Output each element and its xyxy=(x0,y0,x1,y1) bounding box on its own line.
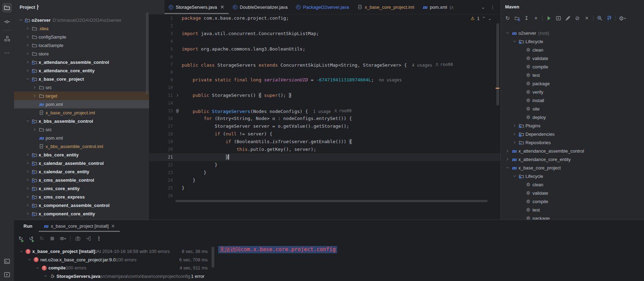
terminal-icon[interactable] xyxy=(2,256,12,266)
editor-vscrollbar[interactable] xyxy=(496,23,499,106)
tree-item-package[interactable]: package xyxy=(501,79,644,88)
editor-tab-PackageO2server.java[interactable]: CPackageO2server.java xyxy=(292,0,353,14)
code-line-7[interactable]: 7public class StorageServers extends Con… xyxy=(149,61,501,68)
tree-item-install[interactable]: install xyxy=(501,96,644,105)
editor-tab-StorageServers.java[interactable]: CStorageServers.java✕ xyxy=(165,0,229,14)
tree-item-package[interactable]: package xyxy=(501,214,644,220)
code-line-9[interactable]: 9 private static final long serialVersio… xyxy=(149,76,501,84)
build-output-row[interactable]: !x_base_core_project [install]: At 2024-… xyxy=(14,247,212,256)
rerun-failed-icon[interactable]: ↺ xyxy=(28,235,34,242)
code-line-23[interactable]: 23 } xyxy=(149,169,501,176)
run-tab[interactable]: m x_base_core_project [install] ✕ xyxy=(39,220,120,232)
tree-item-Lifecycle[interactable]: Lifecycle xyxy=(501,172,644,180)
tree-item-compile[interactable]: compile xyxy=(501,62,644,71)
close-icon[interactable]: ✕ xyxy=(220,4,224,10)
camera-icon[interactable] xyxy=(75,235,81,242)
tree-item-Repositories[interactable]: Repositories xyxy=(501,138,644,147)
tree-item-compile[interactable]: compile xyxy=(501,197,644,206)
tree-item-x_attendance_core_entity[interactable]: x_attendance_core_entity xyxy=(14,66,149,75)
project-folder-icon[interactable] xyxy=(2,3,12,13)
tree-item-x_bbs_assemble_control.iml[interactable]: x_bbs_assemble_control.iml xyxy=(14,142,149,150)
tree-item-x_attendance_core_entity[interactable]: mx_attendance_core_entity xyxy=(501,155,644,163)
structure-icon[interactable] xyxy=(2,34,12,44)
build-output-row[interactable]: !net.o2oa:x_base_core_project:jar:9.0 10… xyxy=(14,256,212,264)
tree-item-x_cms_core_express[interactable]: x_cms_core_express xyxy=(14,193,149,201)
tree-item-Lifecycle[interactable]: Lifecycle xyxy=(501,37,644,46)
tree-item-x_attendance_assemble_control[interactable]: x_attendance_assemble_control xyxy=(14,58,149,66)
tree-item-x_base_core_project[interactable]: mx_base_core_project xyxy=(501,163,644,172)
tree-item-x_base_core_project[interactable]: x_base_core_project xyxy=(14,75,149,83)
close-icon[interactable]: ✕ xyxy=(111,223,115,229)
code-line-20[interactable]: 20 this.put(o.getKey(), server); xyxy=(149,146,501,153)
tree-item-x_calendar_assemble_control[interactable]: x_calendar_assemble_control xyxy=(14,159,149,167)
code-line-24[interactable]: 24 } xyxy=(149,176,501,184)
code-line-6[interactable]: 6 xyxy=(149,53,501,61)
code-line-19[interactable]: 19 if (BooleanUtils.isTrue(server.getEna… xyxy=(149,138,501,146)
tree-item-x_calendar_core_entity[interactable]: x_calendar_core_entity xyxy=(14,167,149,176)
code-line-15[interactable]: 15@ public StorageServers(Nodes nodeConf… xyxy=(149,107,501,115)
tree-item-x_cms_assemble_control[interactable]: x_cms_assemble_control xyxy=(14,176,149,184)
tree-item-configSample[interactable]: configSample xyxy=(14,33,149,41)
code-line-22[interactable]: 22 } xyxy=(149,161,501,169)
project-panel-header[interactable]: Project ▾ xyxy=(14,0,149,14)
build-output-row[interactable]: StorageServers.java src\main\java\com\x\… xyxy=(14,272,212,281)
code-line-4[interactable]: 4 xyxy=(149,38,501,45)
download-icon[interactable]: ↧ xyxy=(523,15,530,21)
tree-item-clean[interactable]: clean xyxy=(501,46,644,54)
tree-item-src[interactable]: src xyxy=(14,83,149,92)
code-line-2[interactable]: 2 xyxy=(149,22,501,30)
commit-icon[interactable] xyxy=(2,17,12,27)
kebab-icon[interactable]: ⋮ xyxy=(96,235,102,242)
plus-icon[interactable]: + xyxy=(533,15,539,21)
skip-tests-icon[interactable]: ⊘ xyxy=(574,15,581,21)
tree-item-store[interactable]: store xyxy=(14,49,149,58)
tree-item-.idea[interactable]: .idea xyxy=(14,24,149,33)
code-line-10[interactable]: 10 xyxy=(149,84,501,92)
tree-item-src[interactable]: src xyxy=(14,125,149,134)
editor-tab-x_base_core_project.iml[interactable]: x_base_core_project.iml xyxy=(353,0,418,14)
project-scrollbar[interactable] xyxy=(146,12,148,95)
tree-item-validate[interactable]: validate xyxy=(501,54,644,62)
code-line-21[interactable]: 21 } xyxy=(149,153,501,161)
tree-item-o2server[interactable]: o2serverD:\chinaoa\O2OA\O2OA\o2server xyxy=(14,16,149,24)
tree-item-deploy[interactable]: deploy xyxy=(501,113,644,121)
editor-tab-pom.xml[interactable]: mpom.xml(x_base_core_project) xyxy=(418,0,458,14)
build-output-scrollbar[interactable] xyxy=(212,247,214,268)
tree-item-x_bbs_core_entity[interactable]: x_bbs_core_entity xyxy=(14,150,149,159)
code-line-25[interactable]: 25} xyxy=(149,184,501,192)
analyze-dependencies-icon[interactable] xyxy=(597,15,603,21)
tree-item-verify[interactable]: verify xyxy=(501,88,644,96)
tree-item-pom.xml[interactable]: mpom.xml xyxy=(14,134,149,142)
editor-hscrollbar[interactable] xyxy=(175,200,488,202)
tree-item-x_base_core_project.iml[interactable]: x_base_core_project.iml xyxy=(14,108,149,117)
tree-item-pom.xml[interactable]: mpom.xml xyxy=(14,100,149,108)
code-line-8[interactable]: 8 xyxy=(149,68,501,76)
tree-item-x_cms_core_entity[interactable]: x_cms_core_entity xyxy=(14,184,149,193)
console-error-message[interactable]: 无法访问com.x.base.core.project.config xyxy=(218,246,337,253)
tree-item-clean[interactable]: clean xyxy=(501,180,644,189)
pencil-off-icon[interactable] xyxy=(565,15,571,21)
code-line-5[interactable]: 5import org.apache.commons.lang3.Boolean… xyxy=(149,45,501,53)
settings-icon[interactable]: ⚙▾ xyxy=(619,15,625,21)
collapse-all-icon[interactable] xyxy=(606,15,612,21)
tree-item-x_component_assemble_control[interactable]: x_component_assemble_control xyxy=(14,201,149,209)
code-area[interactable]: 1package com.x.base.core.project.config;… xyxy=(149,14,501,200)
preview-icon[interactable]: ▾ xyxy=(60,235,66,242)
tab-list-chevron-icon[interactable]: ⌄ xyxy=(481,0,485,14)
execute-goal-icon[interactable] xyxy=(555,15,562,21)
warning-stripe-mark[interactable] xyxy=(496,88,499,89)
tree-item-test[interactable]: test xyxy=(501,206,644,214)
tree-item-Plugins[interactable]: Plugins xyxy=(501,121,644,130)
tree-item-Dependencies[interactable]: Dependencies xyxy=(501,130,644,138)
tree-item-target[interactable]: target xyxy=(14,92,149,100)
close-icon[interactable]: × xyxy=(584,15,590,21)
tree-item-x_component_core_entity[interactable]: x_component_core_entity xyxy=(14,209,149,218)
sync-icon[interactable]: ↻ xyxy=(504,15,511,21)
tree-item-test[interactable]: test xyxy=(501,71,644,79)
build-output-row[interactable]: !compile 100 errors4 sec, 511 ms xyxy=(14,264,212,272)
tab-options-kebab-icon[interactable]: ⋮ xyxy=(490,0,495,14)
code-line-26[interactable]: 26 xyxy=(149,192,501,200)
stop-disabled-icon[interactable] xyxy=(49,235,55,242)
tree-item-o2server[interactable]: mo2server(root) xyxy=(501,29,644,37)
code-line-1[interactable]: 1package com.x.base.core.project.config; xyxy=(149,14,501,22)
